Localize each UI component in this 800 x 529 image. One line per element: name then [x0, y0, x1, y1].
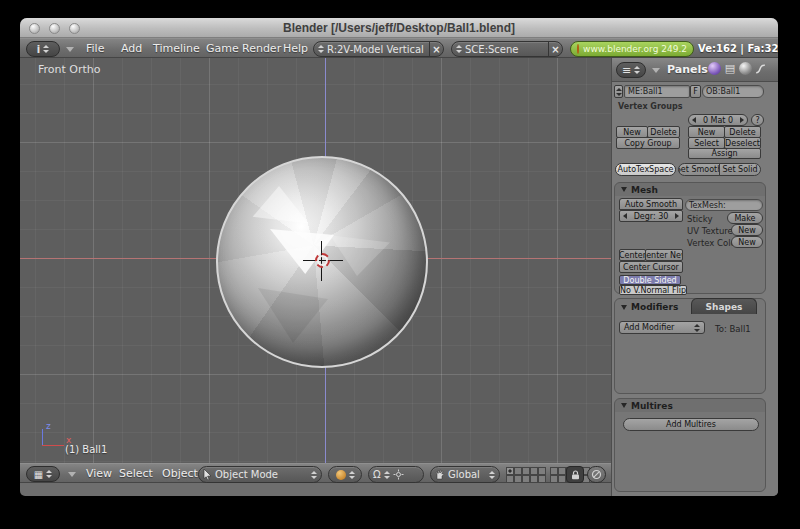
layer-cell[interactable]	[558, 467, 566, 475]
orientation-stepper-icon	[489, 471, 495, 479]
collapse-menus-icon[interactable]	[652, 68, 660, 73]
material-context-icon[interactable]	[739, 62, 752, 75]
center-button[interactable]: Center	[619, 249, 646, 261]
layer-cell[interactable]	[530, 475, 538, 483]
tab-shapes[interactable]: Shapes	[691, 298, 757, 314]
mini-axis-z	[42, 429, 43, 445]
layer-cell[interactable]	[514, 467, 522, 475]
layer-buttons-group-1	[506, 467, 546, 483]
uv-texture-new-button[interactable]: New	[731, 224, 763, 236]
center-new-button[interactable]: Center New	[645, 249, 683, 261]
snap-button[interactable]	[587, 466, 606, 483]
set-solid-button[interactable]: Set Solid	[719, 163, 761, 176]
auto-smooth-toggle[interactable]: Auto Smooth	[619, 198, 683, 210]
buttons-editor-type-button[interactable]: ≡	[616, 62, 646, 78]
collapse-triangle-icon	[621, 403, 627, 408]
info-editor-icon: i	[37, 44, 40, 55]
layer-cell[interactable]	[558, 475, 566, 483]
menu-view[interactable]: View	[86, 467, 112, 480]
degr-stepper[interactable]: Degr: 30	[619, 210, 683, 222]
add-multires-button[interactable]: Add Multires	[623, 418, 759, 431]
assign-button[interactable]: Assign	[688, 148, 761, 159]
add-modifier-label: Add Modifier	[624, 323, 674, 332]
counter-right-icon[interactable]	[740, 117, 744, 123]
layer-cell[interactable]	[550, 475, 558, 483]
window-type-button[interactable]: i	[26, 41, 60, 57]
mesh-datablock-field[interactable]: ME:Ball1	[624, 85, 690, 98]
layer-cell[interactable]	[550, 467, 558, 475]
degr-left-icon[interactable]	[623, 213, 627, 219]
scene-selector-dropdown[interactable]: SCE:Scene ×	[451, 41, 563, 57]
counter-left-icon[interactable]	[692, 117, 696, 123]
shading-context-icon[interactable]	[708, 62, 721, 75]
viewport-3d[interactable]: Front Ortho z x (1) Ball1	[20, 58, 611, 463]
browse-stepper-icon	[616, 88, 622, 96]
editor-type-stepper-icon	[46, 470, 52, 478]
modifier-target-label: To: Ball1	[715, 324, 751, 334]
menu-timeline[interactable]: Timeline	[153, 42, 200, 55]
texmesh-field[interactable]: TexMesh:	[685, 199, 763, 211]
multires-panel-header[interactable]: Multires	[615, 399, 765, 412]
layer-cell-active[interactable]	[506, 467, 514, 475]
scene-context-icon[interactable]: ▤	[723, 62, 737, 75]
vertex-color-new-button[interactable]: New	[731, 236, 763, 248]
buttons-panel: ≡ Panels ▤	[611, 58, 778, 496]
collapse-menus-icon[interactable]	[66, 47, 74, 52]
set-smooth-button[interactable]: Set Smooth	[678, 163, 720, 176]
menu-add[interactable]: Add	[121, 42, 142, 55]
screen-selector-dropdown[interactable]: R:2V-Model Vertical ×	[313, 41, 444, 57]
tab-modifiers[interactable]: Modifiers	[621, 302, 678, 312]
multires-panel-title: Multires	[631, 401, 673, 411]
buttons-panel-header: ≡ Panels ▤	[612, 58, 778, 82]
screen-close-icon[interactable]: ×	[429, 42, 443, 56]
minimize-window-button[interactable]	[49, 23, 60, 34]
editing-context-icon[interactable]	[754, 62, 767, 75]
menu-game[interactable]: Game	[206, 42, 239, 55]
object-datablock-field[interactable]: OB:Ball1	[702, 85, 764, 98]
layer-cell[interactable]	[522, 475, 530, 483]
layer-cell[interactable]	[514, 475, 522, 483]
collapse-menus-icon[interactable]	[68, 472, 76, 477]
menu-help[interactable]: Help	[283, 42, 308, 55]
material-help-button[interactable]: ?	[751, 114, 764, 126]
fake-user-button[interactable]: F	[690, 85, 701, 98]
close-window-button[interactable]	[29, 23, 40, 34]
layer-cell[interactable]	[506, 475, 514, 483]
menu-select[interactable]: Select	[119, 467, 153, 480]
double-sided-toggle[interactable]: Double Sided	[619, 275, 681, 285]
hand-icon	[435, 469, 445, 480]
menu-render[interactable]: Render	[242, 42, 281, 55]
lock-toggle-button[interactable]	[566, 466, 584, 483]
orientation-dropdown[interactable]: Global	[430, 466, 500, 483]
menu-object[interactable]: Object	[162, 467, 198, 480]
mesh-panel-header[interactable]: Mesh	[615, 183, 765, 196]
blender-version-button[interactable]: www.blender.org 249.2	[570, 41, 694, 57]
datablock-browse-button[interactable]	[614, 85, 623, 98]
degr-right-icon[interactable]	[675, 213, 679, 219]
autotexspace-toggle[interactable]: AutoTexSpace	[615, 163, 676, 176]
mode-dropdown[interactable]: Object Mode	[198, 466, 322, 483]
manipulator-widget-icon[interactable]	[393, 469, 404, 480]
no-vnormal-flip-toggle[interactable]: No V.Normal Flip	[619, 285, 687, 295]
editor-type-button[interactable]: ▦	[26, 466, 60, 482]
material-counter-stepper[interactable]: 0 Mat 0	[688, 114, 748, 126]
scene-stepper-icon	[456, 45, 462, 53]
add-modifier-dropdown[interactable]: Add Modifier	[619, 321, 705, 334]
scene-close-icon[interactable]: ×	[548, 42, 562, 56]
add-modifier-stepper-icon	[694, 324, 700, 332]
vertex-groups-label: Vertex Groups	[618, 102, 683, 111]
solid-draw-type-icon	[336, 470, 346, 480]
layer-cell[interactable]	[530, 467, 538, 475]
menu-file[interactable]: File	[86, 42, 104, 55]
screenshot-stage: Blender [/Users/jeff/Desktop/Ball1.blend…	[0, 0, 800, 529]
center-cursor-button[interactable]: Center Cursor	[619, 261, 683, 273]
pivot-dropdown[interactable]: Ω	[368, 466, 424, 483]
layer-cell[interactable]	[538, 467, 546, 475]
sticky-make-button[interactable]: Make	[727, 212, 763, 224]
layer-cell[interactable]	[522, 467, 530, 475]
copy-group-button[interactable]: Copy Group	[616, 137, 680, 149]
layer-cell[interactable]	[538, 475, 546, 483]
draw-type-dropdown[interactable]	[328, 466, 362, 483]
collapse-triangle-icon	[621, 305, 627, 310]
zoom-window-button[interactable]	[69, 23, 80, 34]
